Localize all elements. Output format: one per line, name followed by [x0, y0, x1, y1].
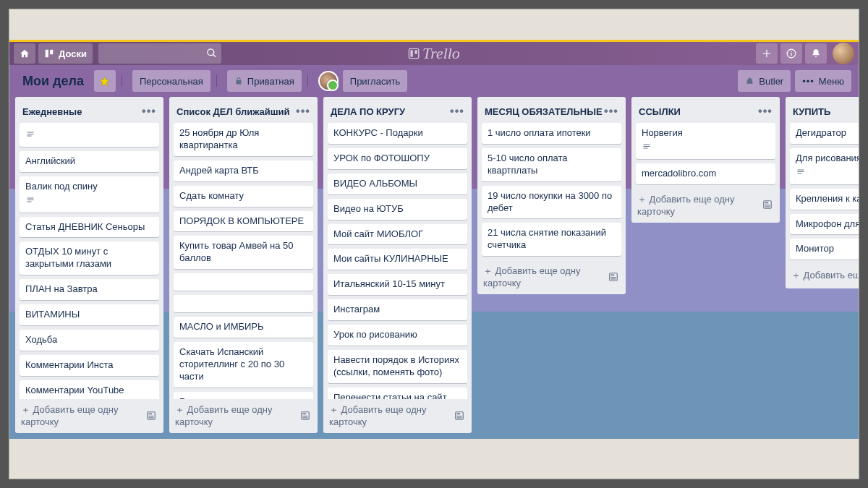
list-title[interactable]: Список ДЕЛ ближайший [176, 106, 290, 117]
card-title: Норвегия [642, 127, 683, 138]
card[interactable] [174, 273, 313, 291]
boards-label: Доски [59, 48, 87, 59]
search-input[interactable] [98, 43, 221, 64]
card-template-button[interactable] [299, 408, 312, 423]
card[interactable]: 5-10 число оплата квартплаты [482, 148, 621, 181]
info-button[interactable] [780, 43, 802, 64]
card[interactable]: Валик под спину [20, 176, 159, 213]
add-card-button[interactable]: ＋ Добавить еще одну карточку [323, 399, 472, 433]
team-button[interactable]: Персональная [132, 70, 210, 92]
add-card-button[interactable]: ＋ Добавить еще одну карточку [15, 399, 163, 433]
boards-button[interactable]: Доски [38, 43, 93, 64]
divider [122, 75, 122, 87]
bell-icon [811, 48, 821, 59]
card[interactable]: ПОРЯДОК В КОМПЬЮТЕРЕ [174, 211, 313, 232]
card[interactable]: Итальянский 10-15 минут [328, 274, 467, 295]
card[interactable]: Микрофон для [790, 214, 859, 235]
card-title: Итальянский 10-15 минут [333, 278, 445, 289]
card[interactable]: Распечатать страховку для Канады [174, 392, 313, 399]
card[interactable]: Перенести статьи на сайт [328, 388, 467, 399]
butler-button[interactable]: Butler [738, 70, 791, 92]
card[interactable]: Сдать комнату [174, 186, 313, 207]
list-menu-button[interactable]: ••• [140, 103, 158, 120]
list-cards: АнглийскийВалик под спинуСтатья ДНЕВНИК … [15, 123, 163, 399]
card[interactable]: Монитор [790, 239, 859, 260]
card[interactable]: Крепления к кам [790, 189, 859, 210]
list-menu-button[interactable]: ••• [603, 103, 620, 120]
menu-button[interactable]: ••• Меню [795, 70, 851, 92]
lists-container[interactable]: Ежедневные•••АнглийскийВалик под спинуСт… [9, 97, 859, 439]
card[interactable]: Комментарии YouTube [20, 380, 159, 399]
card-template-button[interactable] [145, 408, 158, 423]
invite-button[interactable]: Пригласить [343, 70, 408, 92]
card[interactable]: Мой сайт МИОБЛОГ [328, 224, 467, 245]
board-title[interactable]: Мои дела [17, 74, 90, 89]
card[interactable] [20, 123, 159, 147]
card[interactable]: ОТДЫХ 10 минут с закрытыми глазами [20, 241, 159, 275]
card[interactable]: Комментарии Инста [20, 355, 159, 376]
svg-rect-9 [149, 413, 153, 414]
svg-rect-10 [149, 416, 154, 416]
card[interactable]: 25 ноября др Юля квартирантка [174, 123, 313, 156]
card[interactable]: Ходьба [20, 330, 159, 351]
trello-logo[interactable]: Trello [408, 44, 460, 63]
card[interactable]: Норвегия [636, 123, 775, 159]
card-title: Мои сайты КУЛИНАРНЫЕ [333, 253, 448, 264]
user-avatar[interactable] [833, 43, 854, 64]
card-title: Купить товар Амвей на 50 баллов [179, 240, 294, 263]
card[interactable]: 21 числа снятие показаний счетчика [482, 223, 621, 256]
description-icon [796, 168, 859, 180]
list-title[interactable]: МЕСЯЦ ОБЯЗАТЕЛЬНЫЕ [485, 106, 603, 117]
list-header: МЕСЯЦ ОБЯЗАТЕЛЬНЫЕ••• [477, 97, 626, 123]
star-button[interactable] [94, 70, 116, 92]
list-menu-button[interactable]: ••• [757, 103, 774, 120]
card[interactable]: УРОК по ФОТОШОПУ [328, 148, 467, 169]
card[interactable] [174, 295, 313, 312]
home-button[interactable] [14, 43, 35, 64]
card[interactable]: Мои сайты КУЛИНАРНЫЕ [328, 249, 467, 270]
card[interactable]: 1 число оплата ипотеки [482, 123, 621, 144]
list-title[interactable]: ССЫЛКИ [639, 106, 681, 117]
card-template-button[interactable] [761, 197, 774, 212]
card[interactable]: Урок по рисованию [328, 325, 467, 346]
list-menu-button[interactable]: ••• [448, 103, 466, 120]
card[interactable]: КОНКУРС - Подарки [328, 123, 467, 144]
card[interactable]: ВИТАМИНЫ [20, 304, 159, 325]
add-card-button[interactable]: ＋ Добавить еще [786, 264, 859, 288]
card-title: Монитор [796, 243, 834, 254]
card[interactable]: МАСЛО и ИМБИРЬ [174, 317, 313, 338]
card[interactable]: Скачать Испанский сторителлинг с 20 по 3… [174, 342, 313, 388]
card-template-button[interactable] [607, 270, 620, 284]
card[interactable]: 19 число покупки на 3000 по дебет [482, 186, 621, 219]
list-title[interactable]: Ежедневные [22, 106, 82, 117]
create-button[interactable] [756, 43, 778, 64]
member-avatar[interactable] [318, 71, 339, 91]
trello-logo-icon [408, 48, 420, 59]
card[interactable]: Андрей карта ВТБ [174, 160, 313, 181]
svg-rect-18 [457, 416, 462, 416]
card[interactable]: Для рисования [790, 148, 859, 184]
card[interactable]: Купить товар Амвей на 50 баллов [174, 236, 313, 269]
add-card-button[interactable]: ＋ Добавить еще одну карточку [631, 189, 780, 223]
notifications-button[interactable] [805, 43, 827, 64]
list: ДЕЛА ПО КРУГУ•••КОНКУРС - ПодаркиУРОК по… [323, 97, 472, 433]
list-title[interactable]: КУПИТЬ [793, 106, 830, 117]
list-title[interactable]: ДЕЛА ПО КРУГУ [331, 106, 405, 117]
list-header: Список ДЕЛ ближайший••• [169, 97, 318, 123]
card[interactable]: Видео на ЮТУБ [328, 199, 467, 220]
card[interactable]: Инстаграм [328, 299, 467, 320]
add-card-label: ＋ Добавить еще [791, 269, 859, 282]
card[interactable]: Дегидратор [790, 123, 859, 144]
card-title: Комментарии Инста [25, 359, 114, 370]
card[interactable]: ПЛАН на Завтра [20, 279, 159, 300]
card[interactable]: Английский [20, 151, 159, 172]
add-card-button[interactable]: ＋ Добавить еще одну карточку [169, 399, 318, 433]
list-menu-button[interactable]: ••• [294, 103, 312, 120]
card[interactable]: Статья ДНЕВНИК Сеньоры [20, 217, 159, 238]
add-card-button[interactable]: ＋ Добавить еще одну карточку [477, 260, 626, 294]
card[interactable]: ВИДЕО АЛЬБОМЫ [328, 174, 467, 194]
card[interactable]: mercadolibro.com [636, 163, 775, 184]
card-template-button[interactable] [453, 408, 466, 423]
card[interactable]: Навести порядок в Историях (ссылки, поме… [328, 350, 467, 383]
visibility-button[interactable]: Приватная [227, 70, 302, 92]
